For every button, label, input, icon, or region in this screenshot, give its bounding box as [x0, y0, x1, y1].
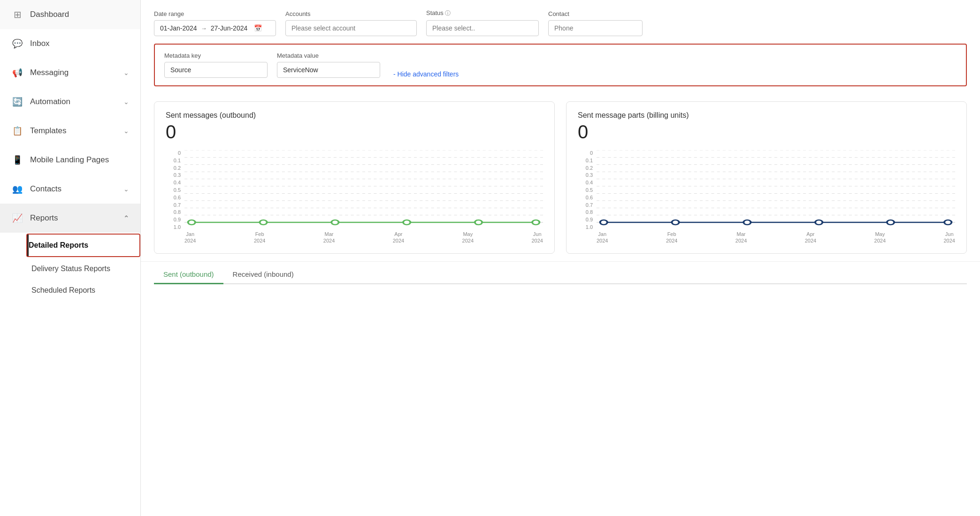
svg-point-30	[743, 220, 750, 225]
svg-point-32	[887, 220, 894, 225]
contact-group: Contact	[548, 10, 643, 36]
x-axis-outbound: Jan2024 Feb2024 Mar2024 Apr2024 May2024 …	[184, 231, 543, 244]
chevron-down-icon: ⌄	[123, 185, 129, 193]
date-arrow-icon: →	[201, 25, 207, 32]
svg-point-14	[403, 220, 410, 225]
hide-advanced-filters-link[interactable]: - Hide advanced filters	[393, 70, 459, 78]
status-input[interactable]	[426, 20, 539, 36]
y-axis-billing: 1.0 0.9 0.8 0.7 0.6 0.5 0.4 0.3 0.2 0.1 …	[578, 150, 595, 230]
landing-icon	[11, 154, 23, 166]
chart-svg-billing	[597, 150, 955, 230]
dashboard-icon	[11, 8, 23, 21]
sidebar: Dashboard Inbox Messaging ⌄ Automation ⌄…	[0, 0, 141, 516]
advanced-filters-container: Metadata key Metadata value - Hide advan…	[154, 44, 967, 86]
main-content: Date range 01-Jan-2024 → 27-Jun-2024 📅 A…	[141, 0, 980, 516]
svg-point-12	[260, 220, 267, 225]
tabs-section: Sent (outbound) Received (inbound)	[141, 261, 980, 284]
contacts-icon	[11, 183, 23, 195]
sidebar-item-reports[interactable]: Reports ⌃	[0, 204, 140, 233]
chevron-up-icon: ⌃	[123, 214, 129, 222]
reports-submenu: Detailed Reports Delivery Status Reports…	[0, 233, 140, 301]
sidebar-sub-item-detailed-reports[interactable]: Detailed Reports	[27, 235, 139, 256]
sidebar-item-inbox[interactable]: Inbox	[0, 29, 140, 58]
svg-point-28	[600, 220, 607, 225]
x-axis-billing: Jan2024 Feb2024 Mar2024 Apr2024 May2024 …	[597, 231, 955, 244]
sidebar-sub-label-detailed: Detailed Reports	[29, 241, 88, 250]
tab-sent[interactable]: Sent (outbound)	[154, 266, 223, 284]
svg-point-16	[532, 220, 539, 225]
accounts-group: Accounts	[285, 10, 417, 36]
sidebar-label-reports: Reports	[30, 213, 117, 223]
metadata-value-label: Metadata value	[277, 52, 380, 59]
reports-icon	[11, 212, 23, 224]
charts-section: Sent messages (outbound) 0 1.0 0.9 0.8 0…	[141, 94, 980, 261]
svg-point-29	[672, 220, 679, 225]
date-range-input[interactable]: 01-Jan-2024 → 27-Jun-2024 📅	[154, 20, 276, 36]
date-start: 01-Jan-2024	[160, 24, 197, 32]
sidebar-label-landing: Mobile Landing Pages	[30, 155, 129, 165]
metadata-value-input[interactable]	[277, 62, 380, 78]
chart-area-outbound: 1.0 0.9 0.8 0.7 0.6 0.5 0.4 0.3 0.2 0.1 …	[166, 150, 543, 244]
tab-received[interactable]: Received (inbound)	[223, 266, 303, 284]
accounts-input[interactable]	[285, 20, 417, 36]
chart-title-billing: Sent message parts (billing units)	[578, 111, 955, 120]
sidebar-item-contacts[interactable]: Contacts ⌄	[0, 175, 140, 204]
sidebar-label-templates: Templates	[30, 126, 117, 136]
status-group: Status ⓘ	[426, 9, 539, 36]
sidebar-item-landing[interactable]: Mobile Landing Pages	[0, 145, 140, 175]
report-tabs: Sent (outbound) Received (inbound)	[154, 266, 967, 284]
chart-card-outbound: Sent messages (outbound) 0 1.0 0.9 0.8 0…	[154, 101, 555, 254]
sidebar-label-inbox: Inbox	[30, 39, 129, 48]
sidebar-item-messaging[interactable]: Messaging ⌄	[0, 58, 140, 87]
metadata-key-input[interactable]	[164, 62, 268, 78]
sidebar-sub-label-scheduled: Scheduled Reports	[31, 286, 95, 295]
svg-point-31	[815, 220, 822, 225]
sidebar-sub-item-delivery-status[interactable]: Delivery Status Reports	[30, 258, 140, 280]
svg-point-15	[475, 220, 482, 225]
sidebar-item-templates[interactable]: Templates ⌄	[0, 116, 140, 145]
y-axis-outbound: 1.0 0.9 0.8 0.7 0.6 0.5 0.4 0.3 0.2 0.1 …	[166, 150, 183, 230]
accounts-label: Accounts	[285, 10, 417, 17]
date-range-group: Date range 01-Jan-2024 → 27-Jun-2024 📅	[154, 10, 276, 36]
filter-row: Date range 01-Jan-2024 → 27-Jun-2024 📅 A…	[154, 9, 967, 36]
chart-value-outbound: 0	[166, 121, 543, 143]
chart-svg-outbound	[184, 150, 543, 230]
sidebar-label-automation: Automation	[30, 97, 117, 106]
chevron-down-icon: ⌄	[123, 69, 129, 76]
automation-icon	[11, 96, 23, 108]
sidebar-label-contacts: Contacts	[30, 184, 117, 194]
chevron-down-icon: ⌄	[123, 98, 129, 106]
date-end: 27-Jun-2024	[211, 24, 248, 32]
templates-icon	[11, 125, 23, 137]
sidebar-label-messaging: Messaging	[30, 68, 117, 77]
messaging-icon	[11, 67, 23, 79]
chart-area-billing: 1.0 0.9 0.8 0.7 0.6 0.5 0.4 0.3 0.2 0.1 …	[578, 150, 955, 244]
contact-input[interactable]	[548, 20, 643, 36]
svg-point-13	[331, 220, 338, 225]
status-label: Status ⓘ	[426, 9, 539, 17]
date-range-label: Date range	[154, 10, 276, 17]
chevron-down-icon: ⌄	[123, 127, 129, 135]
metadata-key-group: Metadata key	[164, 52, 268, 78]
svg-point-11	[188, 220, 195, 225]
chart-title-outbound: Sent messages (outbound)	[166, 111, 543, 120]
inbox-icon	[11, 38, 23, 50]
contact-label: Contact	[548, 10, 643, 17]
sidebar-sub-label-delivery: Delivery Status Reports	[31, 265, 110, 273]
metadata-key-label: Metadata key	[164, 52, 268, 59]
sidebar-item-automation[interactable]: Automation ⌄	[0, 87, 140, 116]
sidebar-sub-item-scheduled[interactable]: Scheduled Reports	[30, 280, 140, 301]
metadata-value-group: Metadata value	[277, 52, 380, 78]
chart-card-billing: Sent message parts (billing units) 0 1.0…	[566, 101, 967, 254]
svg-point-33	[944, 220, 951, 225]
chart-value-billing: 0	[578, 121, 955, 143]
filter-bar: Date range 01-Jan-2024 → 27-Jun-2024 📅 A…	[141, 0, 980, 36]
sidebar-item-dashboard[interactable]: Dashboard	[0, 0, 140, 29]
calendar-icon: 📅	[254, 24, 262, 32]
sidebar-label-dashboard: Dashboard	[30, 10, 129, 19]
